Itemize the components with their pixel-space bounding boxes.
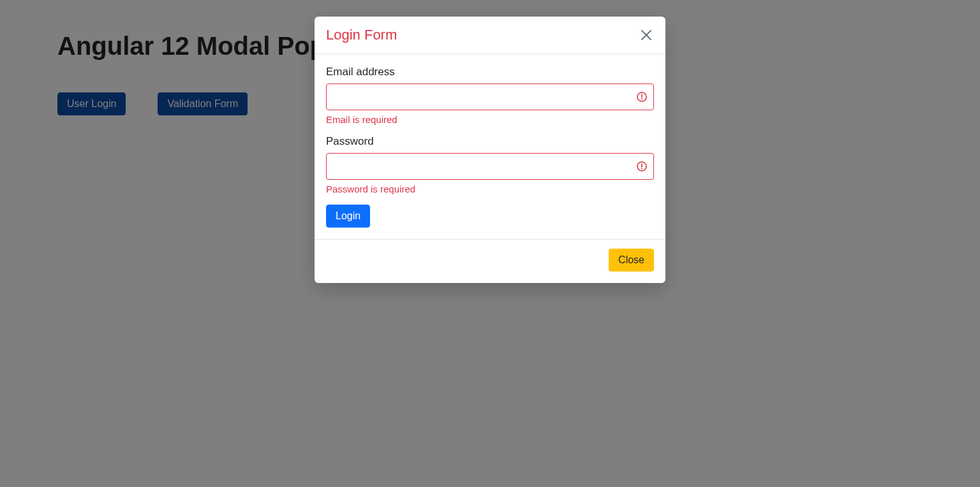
modal-overlay[interactable]: Login Form Email address [0,0,980,487]
email-field[interactable] [326,84,654,110]
svg-point-4 [641,99,642,100]
modal-footer: Close [315,239,665,283]
error-icon [636,161,648,172]
password-field[interactable] [326,153,654,180]
close-icon[interactable] [639,27,654,43]
modal-header: Login Form [315,17,665,54]
email-label: Email address [326,66,654,78]
modal-body: Email address Email is required Password [315,54,665,239]
login-modal: Login Form Email address [315,17,665,283]
password-error: Password is required [326,184,654,194]
modal-title: Login Form [326,27,397,43]
password-group: Password Password is required [326,135,654,194]
email-group: Email address Email is required [326,66,654,125]
password-label: Password [326,135,654,148]
email-error: Email is required [326,114,654,125]
error-icon [636,91,648,103]
close-button[interactable]: Close [609,249,654,272]
login-button[interactable]: Login [326,205,370,228]
x-icon [641,29,652,41]
svg-point-7 [641,168,642,170]
